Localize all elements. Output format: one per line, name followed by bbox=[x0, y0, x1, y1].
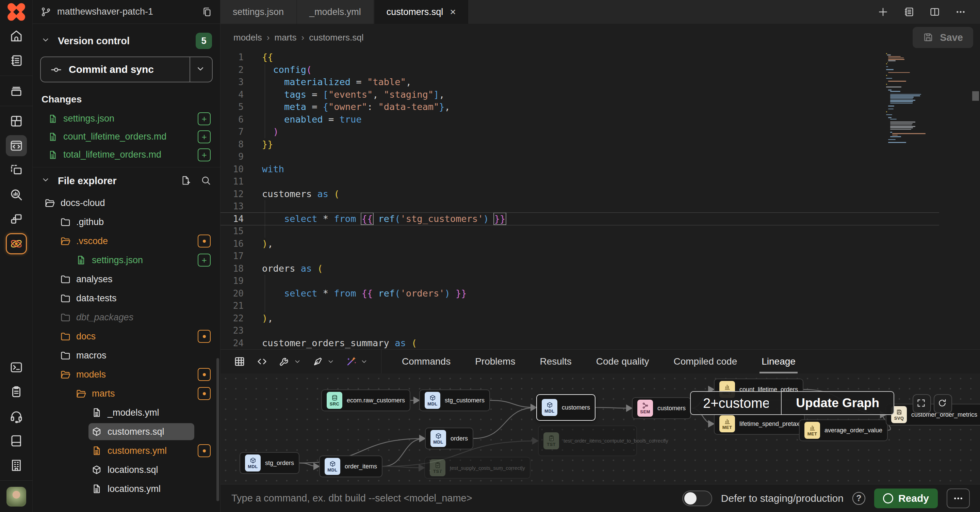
stage-file-badge[interactable]: + bbox=[198, 112, 211, 125]
rail-item-home[interactable] bbox=[6, 26, 27, 47]
lineage-refresh-button[interactable] bbox=[934, 394, 952, 413]
tab-_models.yml[interactable]: _models.yml bbox=[297, 0, 373, 24]
panel-tab-problems[interactable]: Problems bbox=[463, 349, 527, 373]
panel-tab-lineage[interactable]: Lineage bbox=[749, 349, 808, 373]
rail-item-notebooks[interactable] bbox=[6, 50, 27, 71]
command-input[interactable] bbox=[231, 492, 673, 504]
format-file-button[interactable] bbox=[309, 356, 337, 368]
commit-and-sync-button[interactable]: Commit and sync bbox=[40, 56, 213, 82]
lineage-node-customers_sem[interactable]: SEMcustomers bbox=[632, 397, 691, 419]
breadcrumb-file[interactable]: customers.sql bbox=[309, 32, 363, 43]
defer-toggle[interactable] bbox=[682, 491, 712, 506]
explorer-item-data-tests[interactable]: data-tests bbox=[38, 289, 215, 308]
tab-settings.json[interactable]: settings.json bbox=[221, 0, 296, 24]
collapse-file-explorer-icon[interactable] bbox=[41, 175, 52, 187]
lineage-node-lifetime_spend[interactable]: METlifetime_spend_pretax bbox=[714, 413, 805, 435]
explorer-item-dbt_packages[interactable]: dbt_packages bbox=[38, 308, 215, 327]
search-files-icon[interactable] bbox=[200, 175, 212, 187]
copy-branch-icon[interactable] bbox=[201, 6, 213, 18]
status-badge[interactable]: Ready bbox=[874, 488, 938, 508]
save-button[interactable]: Save bbox=[913, 27, 973, 48]
rail-item-tasks[interactable] bbox=[6, 381, 27, 402]
stage-file-badge[interactable]: + bbox=[198, 148, 211, 161]
editor-scrollbar[interactable] bbox=[971, 51, 980, 349]
update-graph-button[interactable]: Update Graph bbox=[781, 392, 894, 414]
dbt-logo[interactable] bbox=[0, 0, 33, 24]
rail-item-documentation[interactable] bbox=[6, 430, 27, 451]
rail-item-orchestration[interactable] bbox=[6, 209, 27, 230]
changed-file-settings.json[interactable]: settings.json+ bbox=[38, 110, 215, 128]
collapse-version-control-icon[interactable] bbox=[41, 35, 52, 47]
panel-tab-compiled-code[interactable]: Compiled code bbox=[661, 349, 749, 373]
explorer-item-models[interactable]: models bbox=[38, 365, 215, 384]
code-editor[interactable]: 123456789101112131415161718192021222324 … bbox=[221, 51, 980, 349]
explorer-item-docs-cloud[interactable]: docs-cloud bbox=[38, 193, 215, 212]
compile-selection-button[interactable] bbox=[253, 356, 271, 368]
lineage-selector-input[interactable] bbox=[691, 392, 781, 414]
rail-item-support[interactable] bbox=[6, 406, 27, 427]
panel-tab-code-quality[interactable]: Code quality bbox=[584, 349, 662, 373]
explorer-item-macros[interactable]: macros bbox=[38, 346, 215, 365]
new-file-icon[interactable] bbox=[180, 175, 192, 187]
lineage-node-orders[interactable]: MDLorders bbox=[425, 427, 473, 449]
branch-name[interactable]: matthewshaver-patch-1 bbox=[57, 6, 196, 17]
explorer-item-locations.sql[interactable]: locations.sql bbox=[38, 460, 215, 479]
chevron-down-icon[interactable] bbox=[360, 357, 368, 365]
changed-file-count_lifetime_orders.md[interactable]: count_lifetime_orders.md+ bbox=[38, 128, 215, 146]
explorer-item-.github[interactable]: .github bbox=[38, 212, 215, 231]
explorer-item-_models.yml[interactable]: _models.yml bbox=[38, 403, 215, 422]
explorer-item-analyses[interactable]: analyses bbox=[38, 270, 215, 289]
explorer-item-docs[interactable]: docs bbox=[38, 327, 215, 346]
lineage-node-stg_orders[interactable]: MDLstg_orders bbox=[240, 452, 299, 474]
changed-file-total_lifetime_orders.md[interactable]: total_lifetime_orders.md+ bbox=[38, 146, 215, 164]
lineage-canvas[interactable]: SRCecom.raw_customersMDLstg_customersMDL… bbox=[221, 373, 980, 484]
panel-tab-commands[interactable]: Commands bbox=[390, 349, 463, 373]
close-tab-icon[interactable]: × bbox=[450, 6, 456, 18]
lineage-node-stg_customers[interactable]: MDLstg_customers bbox=[419, 389, 490, 411]
rail-item-organization[interactable] bbox=[6, 455, 27, 476]
chevron-down-icon[interactable] bbox=[327, 357, 335, 365]
user-avatar[interactable] bbox=[6, 487, 26, 507]
tab-customers.sql[interactable]: customers.sql× bbox=[374, 0, 468, 24]
explorer-item-customers.sql[interactable]: customers.sql bbox=[38, 422, 215, 441]
explorer-item-.vscode[interactable]: .vscode bbox=[38, 231, 215, 250]
rail-item-insights[interactable] bbox=[6, 184, 27, 205]
stage-file-badge[interactable]: + bbox=[198, 131, 211, 143]
minimap[interactable] bbox=[886, 53, 947, 143]
lineage-node-average_order[interactable]: METaverage_order_value bbox=[799, 419, 888, 441]
rail-item-terminal[interactable] bbox=[6, 357, 27, 378]
lineage-node-customer_metrics[interactable]: SVQcustomer_order_metrics bbox=[886, 404, 980, 426]
explorer-item-locations.yml[interactable]: locations.yml bbox=[38, 479, 215, 498]
more-actions-button[interactable] bbox=[947, 488, 970, 508]
build-options-button[interactable] bbox=[275, 356, 304, 368]
explorer-scrollbar[interactable] bbox=[216, 358, 219, 501]
new-tab-button[interactable] bbox=[877, 6, 889, 18]
chevron-down-icon[interactable] bbox=[293, 357, 301, 365]
notebook-panel-button[interactable] bbox=[903, 6, 915, 18]
results-table-button[interactable] bbox=[231, 356, 248, 368]
breadcrumb-marts[interactable]: marts bbox=[275, 32, 297, 43]
rail-item-dbt-copilot[interactable] bbox=[6, 233, 27, 254]
panel-tab-results[interactable]: Results bbox=[527, 349, 584, 373]
more-options-button[interactable] bbox=[955, 6, 966, 18]
rail-item-catalog[interactable] bbox=[6, 80, 27, 101]
code-content[interactable]: {{ config( materialized = "table", tags … bbox=[252, 51, 980, 349]
lineage-fullscreen-button[interactable] bbox=[913, 394, 931, 413]
rail-item-dashboards[interactable] bbox=[6, 111, 27, 132]
version-control-title: Version control bbox=[58, 35, 130, 47]
rail-item-visual-editor[interactable] bbox=[6, 160, 27, 181]
breadcrumb-models[interactable]: models bbox=[234, 32, 262, 43]
dbt-assist-button[interactable] bbox=[342, 356, 371, 368]
rail-item-develop[interactable] bbox=[6, 135, 27, 156]
lineage-node-customers_mdl[interactable]: MDLcustomers bbox=[536, 394, 595, 421]
lineage-node-order_items[interactable]: MDLorder_items bbox=[319, 456, 382, 477]
lineage-node-test_supply[interactable]: TSTtest_supply_costs_sum_correctly bbox=[424, 457, 530, 479]
explorer-item-marts[interactable]: marts bbox=[38, 384, 215, 403]
explorer-item-customers.yml[interactable]: customers.yml bbox=[38, 441, 215, 460]
explorer-item-settings.json[interactable]: settings.json+ bbox=[38, 250, 215, 270]
lineage-node-raw_customers[interactable]: SRCecom.raw_customers bbox=[321, 389, 410, 411]
commit-options-dropdown[interactable] bbox=[189, 57, 212, 82]
lineage-node-test_order_items[interactable]: TSTtest_order_items_compute_to_bools_cor… bbox=[538, 426, 637, 456]
help-icon[interactable]: ? bbox=[853, 492, 865, 505]
split-editor-button[interactable] bbox=[929, 6, 940, 18]
